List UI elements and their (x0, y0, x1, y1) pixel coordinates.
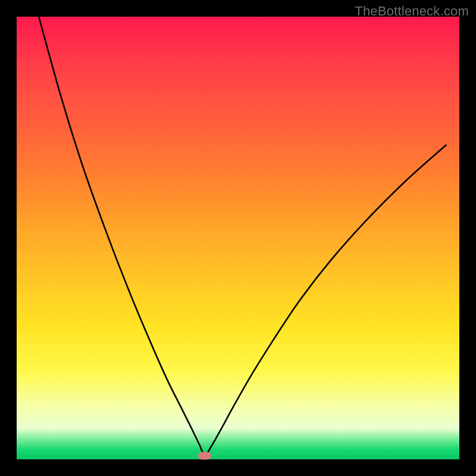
watermark-label: TheBottleneck.com (355, 4, 469, 19)
minimum-marker (198, 452, 211, 460)
chart-frame: TheBottleneck.com (0, 0, 476, 476)
chart-plot-area (17, 17, 459, 459)
bottleneck-curve (17, 17, 459, 459)
